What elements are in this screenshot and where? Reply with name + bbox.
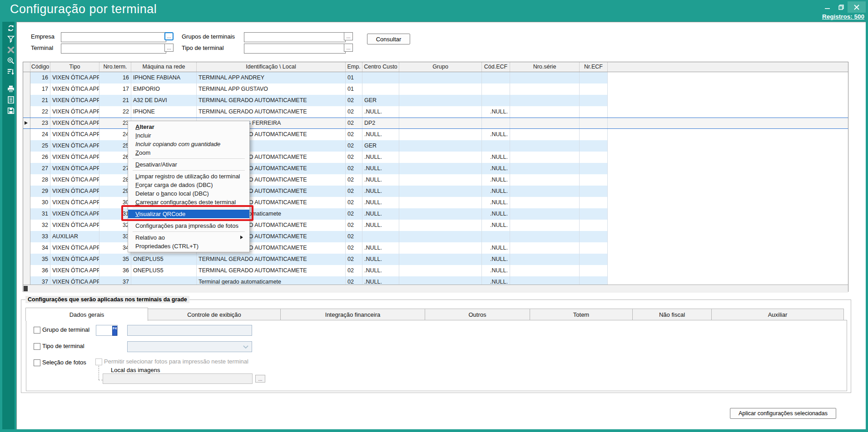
records-count-link[interactable]: Registros: 500 <box>822 13 864 20</box>
cell-codigo: 16 <box>30 72 50 83</box>
menu-item-zoom[interactable]: Zoom <box>128 148 249 157</box>
menu-item-incluir-copiando[interactable]: Incluir copiando com quantidade <box>128 140 249 148</box>
row-indicator-cell[interactable] <box>23 140 30 152</box>
terminal-browse-button[interactable]: ... <box>164 44 174 52</box>
grupos-browse-button[interactable]: ... <box>344 32 353 40</box>
column-header[interactable]: Grupo <box>399 62 482 72</box>
save-button[interactable] <box>6 106 15 115</box>
column-header[interactable]: Cód.ECF <box>482 62 510 72</box>
selecao-fotos-checkbox[interactable] <box>34 359 40 366</box>
report-list-icon <box>7 96 15 104</box>
row-indicator-cell[interactable] <box>23 208 30 220</box>
row-indicator-cell[interactable] <box>23 231 30 242</box>
horizontal-scrollbar-thumb[interactable] <box>24 286 28 291</box>
tab-n-o-fiscal[interactable]: Não fiscal <box>632 309 712 320</box>
tipo-terminal-input[interactable] <box>244 44 346 54</box>
consultar-button[interactable]: Consultar <box>367 34 410 44</box>
cell-centro: .NULL. <box>362 106 399 118</box>
horizontal-scrollbar[interactable] <box>23 285 848 293</box>
tab-auxiliar[interactable]: Auxiliar <box>711 309 844 320</box>
row-indicator-cell[interactable] <box>23 174 30 186</box>
restore-icon <box>838 5 844 10</box>
empresa-input[interactable] <box>61 32 166 42</box>
column-header[interactable]: Nro.term. <box>99 62 131 72</box>
cell-codecf: .NULL. <box>482 220 510 231</box>
column-header[interactable]: Identificação \ Local <box>197 62 346 72</box>
minimize-button[interactable] <box>820 1 834 13</box>
filter-button[interactable] <box>6 34 15 44</box>
row-indicator-cell[interactable] <box>23 152 30 163</box>
tipo-terminal-checkbox[interactable] <box>34 343 40 350</box>
print-button[interactable] <box>6 84 15 93</box>
report-button[interactable] <box>6 95 15 104</box>
sort-button[interactable] <box>6 67 15 76</box>
menu-item-limpar-registro[interactable]: Limpar registro de utilização do termina… <box>128 172 249 181</box>
menu-item-forcar-carga[interactable]: Forçar carga de dados (DBC) <box>128 181 249 189</box>
row-indicator-cell[interactable] <box>23 197 30 208</box>
clear-filter-button[interactable] <box>6 45 15 54</box>
tab-totem[interactable]: Totem <box>530 309 633 320</box>
permitir-fotos-checkbox[interactable] <box>95 358 102 365</box>
row-indicator-cell[interactable] <box>23 106 30 118</box>
row-indicator-cell[interactable] <box>23 129 30 140</box>
menu-item-config-impressao-fotos[interactable]: Configurações para impressão de fotos <box>128 221 249 230</box>
row-indicator-cell[interactable] <box>23 72 30 83</box>
local-imagens-input[interactable] <box>103 373 253 384</box>
column-header[interactable]: Máquina na rede <box>131 62 197 72</box>
table-row[interactable]: 16VIXEN ÓTICA APP16IPHONE FABIANATERMINA… <box>23 72 848 83</box>
tipo-browse-button[interactable]: ... <box>344 44 353 52</box>
apply-configurations-button[interactable]: Aplicar configurações selecionadas <box>730 408 836 419</box>
table-row[interactable]: 17VIXEN ÓTICA APP17EMPORIOTERMINAL APP G… <box>23 83 848 95</box>
tab-integra-o-financeira[interactable]: Integração financeira <box>280 309 425 320</box>
table-row[interactable]: 21VIXEN ÓTICA APP21A32 DE DAVITERMINAL G… <box>23 95 848 106</box>
local-imagens-browse-button[interactable]: ... <box>255 375 265 383</box>
column-header[interactable]: Emp. <box>346 62 362 72</box>
row-indicator-cell[interactable] <box>23 254 30 265</box>
menu-item-deletar-banco[interactable]: Deletar o banco local (DBC) <box>128 189 249 198</box>
terminal-input[interactable] <box>61 44 166 54</box>
menu-item-propriedades[interactable]: Propriedades (CTRL+T) <box>128 242 249 250</box>
cell-filler <box>608 106 848 118</box>
cell-maquina: IPHONE <box>131 106 197 118</box>
menu-item-alterar[interactable]: Alterar <box>128 123 249 131</box>
cell-emp: 02 <box>346 186 362 197</box>
menu-item-relativo-ao[interactable]: Relativo ao <box>128 233 249 242</box>
column-header[interactable]: Centro Custo <box>362 62 399 72</box>
row-indicator-cell[interactable] <box>23 265 30 276</box>
cell-nrecf <box>580 265 608 276</box>
tab-controle-de-exibi-o[interactable]: Controle de exibição <box>148 309 281 320</box>
refresh-button[interactable] <box>6 24 15 33</box>
grupos-terminais-input[interactable] <box>244 32 346 42</box>
empresa-browse-button[interactable]: ... <box>164 32 174 40</box>
cell-tipo: VIXEN ÓTICA APP <box>50 197 99 208</box>
column-header[interactable]: Código <box>30 62 50 72</box>
cell-tipo: VIXEN ÓTICA APP <box>50 83 99 95</box>
cell-codigo: 31 <box>30 208 50 220</box>
menu-item-incluir[interactable]: Incluir <box>128 131 249 140</box>
table-row[interactable]: 22VIXEN ÓTICA APP22IPHONETERMINAL GERADO… <box>23 106 848 118</box>
close-button[interactable] <box>848 1 866 13</box>
table-row[interactable]: 37VIXEN ÓTICA APP37Terminal gerado autom… <box>23 276 848 285</box>
tipo-terminal-combobox[interactable] <box>127 341 252 352</box>
grupo-terminal-checkbox[interactable] <box>34 327 40 334</box>
column-header[interactable]: Tipo <box>50 62 99 72</box>
row-indicator-cell[interactable] <box>23 186 30 197</box>
restore-button[interactable] <box>835 1 848 13</box>
column-header[interactable]: Nr.ECF <box>580 62 608 72</box>
tab-dados-gerais[interactable]: Dados gerais <box>25 308 148 321</box>
zoom-button[interactable] <box>6 56 15 65</box>
grupo-desc-input[interactable] <box>127 325 252 336</box>
row-indicator-cell[interactable] <box>23 95 30 106</box>
menu-item-desativar-ativar[interactable]: Desativar/Ativar <box>128 160 249 169</box>
row-indicator-cell[interactable] <box>23 276 30 285</box>
row-indicator-cell[interactable] <box>23 220 30 231</box>
table-row[interactable]: 35VIXEN ÓTICA APP35ONEPLUS5TERMINAL GERA… <box>23 254 848 265</box>
row-indicator-cell[interactable] <box>23 118 30 128</box>
table-row[interactable]: 36VIXEN ÓTICA APP36ONEPLUS5TERMINAL GERA… <box>23 265 848 276</box>
column-header[interactable]: Nro.série <box>510 62 580 72</box>
row-indicator-cell[interactable] <box>23 163 30 174</box>
f4-lookup-badge[interactable]: F4 <box>112 326 117 336</box>
row-indicator-cell[interactable] <box>23 83 30 95</box>
row-indicator-cell[interactable] <box>23 242 30 254</box>
tab-outros[interactable]: Outros <box>425 309 530 320</box>
